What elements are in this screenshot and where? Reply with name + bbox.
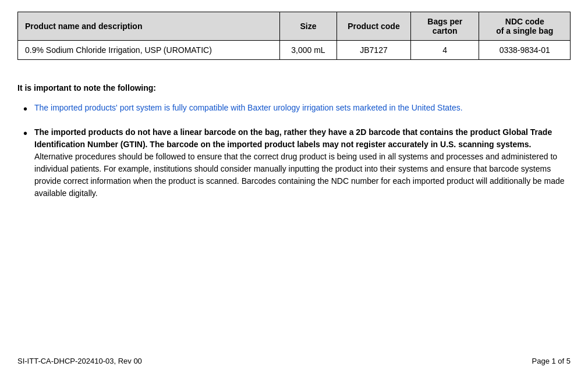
product-table: Product name and description Size Produc… (17, 12, 571, 60)
col-header-size: Size (280, 12, 337, 41)
bullet-list: • The imported products' port system is … (17, 102, 571, 200)
bullet-text-2-normal: Alternative procedures should be followe… (34, 152, 565, 198)
cell-ndc: 0338-9834-01 (479, 41, 571, 60)
col-header-ndc: NDC codeof a single bag (479, 12, 571, 41)
page-container: Product name and description Size Produc… (17, 12, 571, 365)
notes-heading: It is important to note the following: (17, 83, 571, 93)
cell-size: 3,000 mL (280, 41, 337, 60)
col-header-code: Product code (336, 12, 410, 41)
main-content: Product name and description Size Produc… (17, 12, 571, 345)
col-header-name: Product name and description (18, 12, 280, 41)
bullet-text-2: The imported products do not have a line… (34, 126, 571, 200)
list-item: • The imported products' port system is … (17, 102, 571, 116)
col-header-bags: Bags percarton (411, 12, 479, 41)
footer-left: SI-ITT-CA-DHCP-202410-03, Rev 00 (17, 357, 142, 365)
notes-section: It is important to note the following: •… (17, 77, 571, 216)
bullet-text-1: The imported products' port system is fu… (34, 102, 571, 114)
page-footer: SI-ITT-CA-DHCP-202410-03, Rev 00 Page 1 … (17, 345, 571, 365)
cell-name: 0.9% Sodium Chloride Irrigation, USP (UR… (18, 41, 280, 60)
list-item: • The imported products do not have a li… (17, 126, 571, 200)
bullet-dot-1: • (23, 102, 27, 116)
cell-code: JB7127 (336, 41, 410, 60)
bullet-text-2-bold: The imported products do not have a line… (34, 127, 552, 149)
cell-bags: 4 (411, 41, 479, 60)
footer-right: Page 1 of 5 (532, 357, 571, 365)
table-row: 0.9% Sodium Chloride Irrigation, USP (UR… (18, 41, 571, 60)
bullet-dot-2: • (23, 126, 27, 140)
bullet-text-1-content: The imported products' port system is fu… (34, 103, 463, 112)
